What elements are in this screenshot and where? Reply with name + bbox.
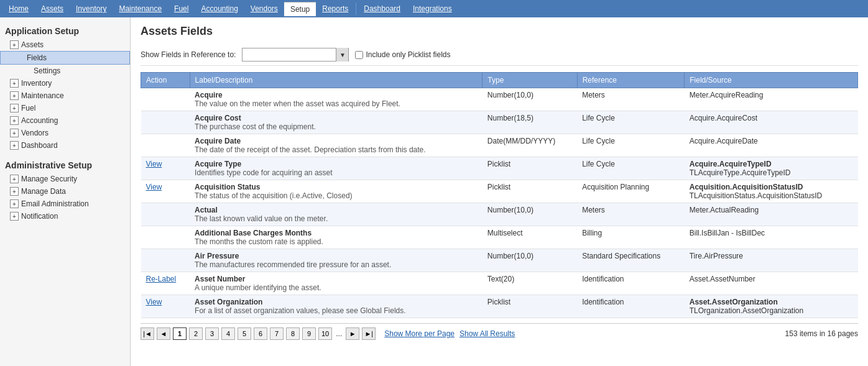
sidebar-item-dashboard[interactable]: + Dashboard (0, 139, 130, 152)
nav-reports[interactable]: Reports (316, 2, 354, 16)
sidebar-item-fuel[interactable]: + Fuel (0, 102, 130, 114)
nav-inventory[interactable]: Inventory (70, 2, 113, 16)
picklist-checkbox[interactable] (355, 51, 363, 59)
filter-dropdown-btn[interactable]: ▼ (336, 48, 348, 62)
assets-expand-icon[interactable]: + (10, 40, 19, 49)
nav-maintenance[interactable]: Maintenance (113, 2, 168, 16)
page-8-btn[interactable]: 8 (286, 327, 300, 340)
cell-source: Acquire.AcquireDate (685, 134, 858, 157)
first-page-btn[interactable]: |◄ (141, 327, 154, 340)
page-7-btn[interactable]: 7 (270, 327, 284, 340)
cell-action (141, 88, 190, 111)
show-all-link[interactable]: Show All Results (459, 329, 515, 338)
sidebar-settings-item[interactable]: Settings (0, 65, 130, 77)
sidebar-item-manage-security[interactable]: + Manage Security (0, 173, 130, 185)
cell-reference: Life Cycle (577, 111, 685, 134)
pagination-links: Show More per Page Show All Results (384, 329, 515, 338)
filter-reference-input[interactable] (242, 49, 336, 60)
cell-type: Picklist (482, 295, 577, 318)
cell-action[interactable]: View (141, 180, 190, 203)
sidebar: Application Setup + Assets Fields Settin… (0, 17, 131, 366)
field-desc: The months the custom rate is applied. (195, 237, 478, 246)
cell-reference: Life Cycle (577, 134, 685, 157)
cell-action[interactable]: View (141, 295, 190, 318)
field-name: Acquisition Status (195, 183, 478, 191)
dashboard-expand-icon[interactable]: + (10, 141, 19, 150)
cell-label: AcquireThe value on the meter when the a… (190, 88, 482, 111)
cell-type: Number(10,0) (482, 203, 577, 226)
cell-label: Acquisition StatusThe status of the acqu… (190, 180, 482, 203)
page-6-btn[interactable]: 6 (254, 327, 267, 340)
field-name: Air Pressure (195, 252, 478, 260)
sidebar-fields-item[interactable]: Fields (0, 51, 130, 65)
cell-action[interactable]: Re-Label (141, 272, 190, 295)
vendors-expand-icon[interactable]: + (10, 129, 19, 137)
page-9-btn[interactable]: 9 (302, 327, 316, 340)
field-name: Asset Number (195, 275, 478, 283)
cell-reference: Meters (577, 88, 685, 111)
sidebar-item-notification[interactable]: + Notification (0, 210, 130, 222)
nav-integrations[interactable]: Integrations (407, 2, 458, 16)
admin-setup-title: Administrative Setup (0, 157, 130, 173)
last-page-btn[interactable]: ►| (362, 327, 376, 340)
maintenance-expand-icon[interactable]: + (10, 91, 19, 100)
picklist-filter-label[interactable]: Include only Picklist fields (355, 50, 450, 59)
table-row: Acquire DateThe date of the receipt of t… (141, 134, 858, 157)
cell-type: Picklist (482, 157, 577, 180)
nav-home[interactable]: Home (2, 2, 35, 16)
table-row: AcquireThe value on the meter when the a… (141, 88, 858, 111)
nav-setup[interactable]: Setup (284, 2, 316, 16)
sidebar-item-email-admin[interactable]: + Email Administration (0, 198, 130, 210)
sidebar-item-accounting[interactable]: + Accounting (0, 114, 130, 127)
cell-source: Acquire.AcquireCost (685, 111, 858, 134)
action-link[interactable]: Re-Label (146, 275, 177, 283)
cell-reference: Meters (577, 203, 685, 226)
page-1-btn[interactable]: 1 (173, 327, 187, 340)
fuel-expand-icon[interactable]: + (10, 104, 19, 112)
action-link[interactable]: View (146, 160, 162, 168)
source-primary: Acquisition.AcquisitionStatusID (690, 183, 803, 191)
nav-fuel[interactable]: Fuel (168, 2, 195, 16)
nav-dashboard[interactable]: Dashboard (358, 2, 407, 16)
cell-type: Multiselect (482, 226, 577, 249)
field-desc: The purchase cost of the equipment. (195, 122, 478, 131)
page-3-btn[interactable]: 3 (205, 327, 219, 340)
field-name: Actual (195, 206, 478, 214)
table-row: Air PressureThe manufactures recommended… (141, 249, 858, 272)
notification-expand-icon[interactable]: + (10, 212, 19, 221)
nav-accounting[interactable]: Accounting (195, 2, 244, 16)
page-10-btn[interactable]: 10 (318, 327, 332, 340)
admin-setup-section: Administrative Setup + Manage Security +… (0, 157, 130, 222)
sidebar-email-admin-label: Email Administration (21, 199, 89, 208)
manage-security-expand-icon[interactable]: + (10, 175, 19, 183)
nav-vendors[interactable]: Vendors (244, 2, 284, 16)
manage-data-expand-icon[interactable]: + (10, 187, 19, 196)
field-name: Acquire Cost (195, 114, 478, 122)
cell-source: Meter.ActualReading (685, 203, 858, 226)
table-row: ViewAcquisition StatusThe status of the … (141, 180, 858, 203)
inventory-expand-icon[interactable]: + (10, 79, 19, 88)
page-4-btn[interactable]: 4 (221, 327, 235, 340)
page-2-btn[interactable]: 2 (189, 327, 203, 340)
sidebar-item-vendors[interactable]: + Vendors (0, 127, 130, 139)
cell-action[interactable]: View (141, 157, 190, 180)
email-admin-expand-icon[interactable]: + (10, 199, 19, 208)
page-5-btn[interactable]: 5 (238, 327, 251, 340)
sidebar-item-inventory[interactable]: + Inventory (0, 77, 130, 89)
next-page-btn[interactable]: ► (346, 327, 359, 340)
sidebar-item-maintenance[interactable]: + Maintenance (0, 89, 130, 102)
sidebar-item-manage-data[interactable]: + Manage Data (0, 185, 130, 198)
table-row: Additional Base Charges MonthsThe months… (141, 226, 858, 249)
source-primary: Acquire.AcquireTypeID (690, 160, 772, 168)
action-link[interactable]: View (146, 298, 162, 306)
sidebar-item-assets[interactable]: + Assets (0, 39, 130, 51)
cell-source: Bill.IsBillJan - IsBillDec (685, 226, 858, 249)
prev-page-btn[interactable]: ◄ (157, 327, 170, 340)
nav-assets[interactable]: Assets (35, 2, 70, 16)
field-name: Acquire (195, 91, 478, 99)
sidebar-inventory-label: Inventory (21, 79, 52, 88)
action-link[interactable]: View (146, 183, 162, 191)
cell-label: Asset NumberA unique number identifying … (190, 272, 482, 295)
show-more-link[interactable]: Show More per Page (384, 329, 455, 338)
accounting-expand-icon[interactable]: + (10, 116, 19, 125)
